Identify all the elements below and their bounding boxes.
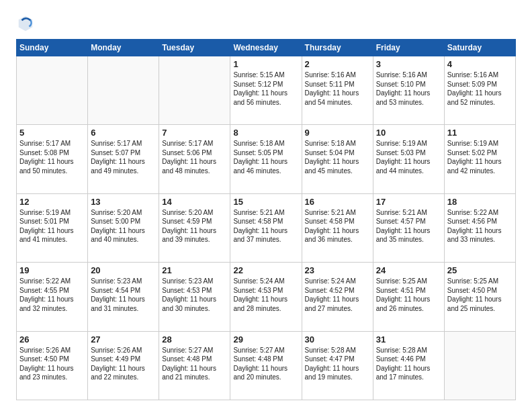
day-number: 18	[447, 197, 513, 207]
calendar-cell: 25Sunrise: 5:25 AM Sunset: 4:50 PM Dayli…	[444, 263, 515, 331]
calendar-cell: 13Sunrise: 5:20 AM Sunset: 5:00 PM Dayli…	[88, 193, 159, 262]
day-number: 15	[233, 197, 298, 207]
calendar-cell: 19Sunrise: 5:22 AM Sunset: 4:55 PM Dayli…	[17, 263, 88, 331]
day-number: 10	[376, 128, 441, 138]
day-number: 27	[91, 334, 156, 345]
day-number: 7	[162, 128, 227, 138]
day-number: 6	[91, 128, 156, 138]
calendar-cell: 11Sunrise: 5:19 AM Sunset: 5:02 PM Dayli…	[444, 125, 515, 193]
calendar-cell: 3Sunrise: 5:16 AM Sunset: 5:10 PM Daylig…	[373, 56, 444, 125]
calendar-cell: 20Sunrise: 5:23 AM Sunset: 4:54 PM Dayli…	[88, 263, 159, 331]
calendar-cell: 9Sunrise: 5:18 AM Sunset: 5:04 PM Daylig…	[302, 125, 373, 193]
calendar-cell	[17, 56, 88, 125]
day-info: Sunrise: 5:27 AM Sunset: 4:48 PM Dayligh…	[162, 346, 227, 382]
day-number: 14	[162, 197, 227, 207]
calendar-cell: 1Sunrise: 5:15 AM Sunset: 5:12 PM Daylig…	[230, 56, 302, 125]
day-info: Sunrise: 5:25 AM Sunset: 4:50 PM Dayligh…	[447, 277, 513, 313]
day-info: Sunrise: 5:17 AM Sunset: 5:07 PM Dayligh…	[91, 139, 156, 175]
logo-icon	[16, 13, 35, 32]
calendar-cell: 18Sunrise: 5:22 AM Sunset: 4:56 PM Dayli…	[444, 193, 515, 262]
day-info: Sunrise: 5:24 AM Sunset: 4:52 PM Dayligh…	[305, 277, 370, 313]
weekday-header-thursday: Thursday	[302, 40, 373, 56]
calendar-cell: 7Sunrise: 5:17 AM Sunset: 5:06 PM Daylig…	[159, 125, 230, 193]
calendar-cell: 30Sunrise: 5:28 AM Sunset: 4:47 PM Dayli…	[302, 331, 373, 400]
day-info: Sunrise: 5:26 AM Sunset: 4:49 PM Dayligh…	[91, 346, 156, 382]
day-info: Sunrise: 5:20 AM Sunset: 5:00 PM Dayligh…	[91, 208, 156, 244]
calendar-cell: 15Sunrise: 5:21 AM Sunset: 4:58 PM Dayli…	[230, 193, 302, 262]
day-number: 5	[19, 128, 85, 138]
weekday-header-row: SundayMondayTuesdayWednesdayThursdayFrid…	[17, 40, 516, 56]
calendar-cell: 29Sunrise: 5:27 AM Sunset: 4:48 PM Dayli…	[230, 331, 302, 400]
calendar-cell: 14Sunrise: 5:20 AM Sunset: 4:59 PM Dayli…	[159, 193, 230, 262]
day-info: Sunrise: 5:27 AM Sunset: 4:48 PM Dayligh…	[233, 346, 298, 382]
day-number: 2	[305, 59, 370, 69]
day-info: Sunrise: 5:16 AM Sunset: 5:11 PM Dayligh…	[305, 71, 370, 107]
calendar-cell: 5Sunrise: 5:17 AM Sunset: 5:08 PM Daylig…	[17, 125, 88, 193]
weekday-header-tuesday: Tuesday	[159, 40, 230, 56]
calendar-cell: 26Sunrise: 5:26 AM Sunset: 4:50 PM Dayli…	[17, 331, 88, 400]
day-number: 13	[91, 197, 156, 207]
header	[16, 13, 516, 32]
day-number: 17	[376, 197, 441, 207]
day-number: 28	[162, 334, 227, 345]
day-info: Sunrise: 5:17 AM Sunset: 5:08 PM Dayligh…	[19, 139, 85, 175]
weekday-header-wednesday: Wednesday	[230, 40, 302, 56]
logo	[16, 13, 38, 32]
day-info: Sunrise: 5:21 AM Sunset: 4:58 PM Dayligh…	[233, 208, 298, 244]
day-info: Sunrise: 5:22 AM Sunset: 4:56 PM Dayligh…	[447, 208, 513, 244]
day-info: Sunrise: 5:21 AM Sunset: 4:58 PM Dayligh…	[305, 208, 370, 244]
day-info: Sunrise: 5:24 AM Sunset: 4:53 PM Dayligh…	[233, 277, 298, 313]
calendar-cell: 6Sunrise: 5:17 AM Sunset: 5:07 PM Daylig…	[88, 125, 159, 193]
day-info: Sunrise: 5:20 AM Sunset: 4:59 PM Dayligh…	[162, 208, 227, 244]
calendar-cell: 4Sunrise: 5:16 AM Sunset: 5:09 PM Daylig…	[444, 56, 515, 125]
day-number: 19	[19, 265, 85, 275]
day-info: Sunrise: 5:16 AM Sunset: 5:09 PM Dayligh…	[447, 71, 513, 107]
calendar-cell: 22Sunrise: 5:24 AM Sunset: 4:53 PM Dayli…	[230, 263, 302, 331]
day-info: Sunrise: 5:21 AM Sunset: 4:57 PM Dayligh…	[376, 208, 441, 244]
day-info: Sunrise: 5:19 AM Sunset: 5:01 PM Dayligh…	[19, 208, 85, 244]
calendar-week-3: 12Sunrise: 5:19 AM Sunset: 5:01 PM Dayli…	[17, 193, 516, 262]
day-info: Sunrise: 5:23 AM Sunset: 4:53 PM Dayligh…	[162, 277, 227, 313]
day-number: 21	[162, 265, 227, 275]
day-number: 29	[233, 334, 298, 345]
day-info: Sunrise: 5:26 AM Sunset: 4:50 PM Dayligh…	[19, 346, 85, 382]
calendar-cell: 10Sunrise: 5:19 AM Sunset: 5:03 PM Dayli…	[373, 125, 444, 193]
weekday-header-friday: Friday	[373, 40, 444, 56]
day-number: 16	[305, 197, 370, 207]
day-number: 26	[19, 334, 85, 345]
day-info: Sunrise: 5:18 AM Sunset: 5:05 PM Dayligh…	[233, 139, 298, 175]
day-info: Sunrise: 5:15 AM Sunset: 5:12 PM Dayligh…	[233, 71, 298, 107]
day-info: Sunrise: 5:18 AM Sunset: 5:04 PM Dayligh…	[305, 139, 370, 175]
day-number: 20	[91, 265, 156, 275]
calendar-cell: 24Sunrise: 5:25 AM Sunset: 4:51 PM Dayli…	[373, 263, 444, 331]
day-number: 31	[376, 334, 441, 345]
day-info: Sunrise: 5:25 AM Sunset: 4:51 PM Dayligh…	[376, 277, 441, 313]
day-info: Sunrise: 5:17 AM Sunset: 5:06 PM Dayligh…	[162, 139, 227, 175]
day-info: Sunrise: 5:19 AM Sunset: 5:03 PM Dayligh…	[376, 139, 441, 175]
calendar-cell: 8Sunrise: 5:18 AM Sunset: 5:05 PM Daylig…	[230, 125, 302, 193]
calendar-cell: 23Sunrise: 5:24 AM Sunset: 4:52 PM Dayli…	[302, 263, 373, 331]
day-number: 8	[233, 128, 298, 138]
calendar-cell: 16Sunrise: 5:21 AM Sunset: 4:58 PM Dayli…	[302, 193, 373, 262]
calendar-week-4: 19Sunrise: 5:22 AM Sunset: 4:55 PM Dayli…	[17, 263, 516, 331]
calendar-cell: 17Sunrise: 5:21 AM Sunset: 4:57 PM Dayli…	[373, 193, 444, 262]
day-number: 25	[447, 265, 513, 275]
calendar-cell	[444, 331, 515, 400]
page: SundayMondayTuesdayWednesdayThursdayFrid…	[0, 0, 532, 411]
calendar-cell: 28Sunrise: 5:27 AM Sunset: 4:48 PM Dayli…	[159, 331, 230, 400]
calendar-cell	[88, 56, 159, 125]
calendar-cell: 21Sunrise: 5:23 AM Sunset: 4:53 PM Dayli…	[159, 263, 230, 331]
day-number: 1	[233, 59, 298, 69]
weekday-header-saturday: Saturday	[444, 40, 515, 56]
day-number: 22	[233, 265, 298, 275]
day-number: 4	[447, 59, 513, 69]
calendar-cell: 2Sunrise: 5:16 AM Sunset: 5:11 PM Daylig…	[302, 56, 373, 125]
calendar-week-1: 1Sunrise: 5:15 AM Sunset: 5:12 PM Daylig…	[17, 56, 516, 125]
calendar-cell: 31Sunrise: 5:28 AM Sunset: 4:46 PM Dayli…	[373, 331, 444, 400]
day-number: 23	[305, 265, 370, 275]
weekday-header-sunday: Sunday	[17, 40, 88, 56]
calendar-cell: 27Sunrise: 5:26 AM Sunset: 4:49 PM Dayli…	[88, 331, 159, 400]
weekday-header-monday: Monday	[88, 40, 159, 56]
day-info: Sunrise: 5:16 AM Sunset: 5:10 PM Dayligh…	[376, 71, 441, 107]
calendar-cell	[159, 56, 230, 125]
